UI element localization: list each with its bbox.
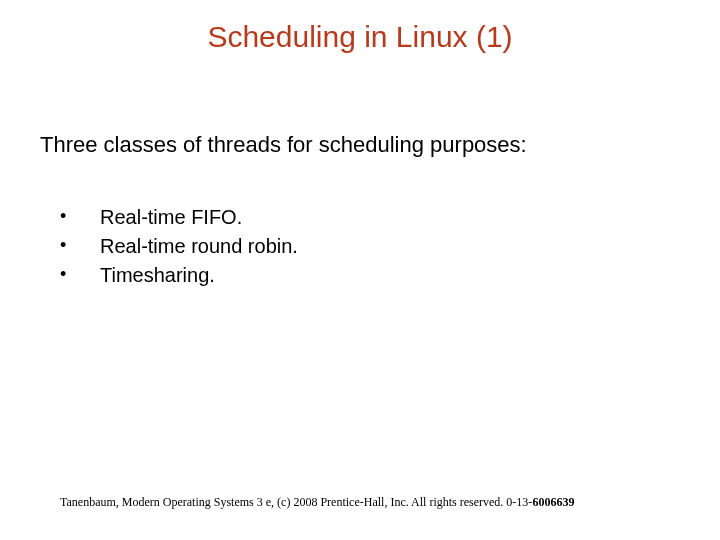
list-item: • Real-time round robin. (60, 235, 720, 258)
list-item: • Timesharing. (60, 264, 720, 287)
footer-prefix: Tanenbaum, Modern Operating Systems 3 e,… (60, 495, 532, 509)
bullet-text: Real-time FIFO. (100, 206, 242, 229)
footer-citation: Tanenbaum, Modern Operating Systems 3 e,… (60, 495, 680, 510)
slide-title: Scheduling in Linux (1) (0, 0, 720, 62)
bullet-text: Timesharing. (100, 264, 215, 287)
slide: Scheduling in Linux (1) Three classes of… (0, 0, 720, 540)
bullet-icon: • (60, 236, 100, 254)
bullet-icon: • (60, 265, 100, 283)
list-item: • Real-time FIFO. (60, 206, 720, 229)
footer-suffix: 6006639 (532, 495, 574, 509)
bullet-icon: • (60, 207, 100, 225)
intro-text: Three classes of threads for scheduling … (0, 62, 720, 158)
bullet-text: Real-time round robin. (100, 235, 298, 258)
bullet-list: • Real-time FIFO. • Real-time round robi… (0, 158, 720, 287)
